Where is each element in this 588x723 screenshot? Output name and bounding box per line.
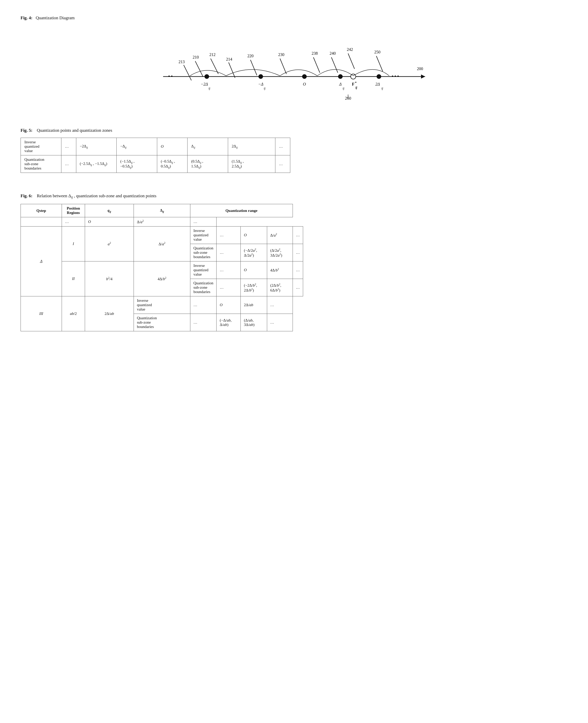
svg-text:238: 238 (312, 51, 318, 56)
fig6-II-inv-c1: O (241, 261, 267, 279)
fig5-r2-dots2: … (275, 155, 290, 173)
fig5-r1-dots2: … (275, 138, 290, 155)
fig6-title: Fig. 6: Relation between Δij , quantizat… (21, 193, 567, 199)
svg-text:214: 214 (226, 57, 232, 61)
fig6-I-inv-c2: Δ/a2 (267, 227, 293, 244)
fig4-desc: Quantization Diagram (36, 16, 75, 20)
svg-text:ij: ij (381, 87, 383, 90)
svg-line-13 (195, 61, 203, 77)
fig6-III-sub-c2: (Δ/ab, 3Δ/ab) (241, 314, 267, 331)
fig6-II-sub-c2: (2Δ/b2, 6Δ/b2) (267, 279, 293, 296)
fig6-delta-II: 4Δ/b2 (134, 261, 190, 296)
fig6-desc: Relation between Δij , quantization sub-… (37, 193, 156, 198)
fig6-I-sub-dots: … (216, 244, 241, 261)
fig6-II-inv-c2: 4Δ/b2 (267, 261, 293, 279)
svg-text:ij: ij (208, 87, 210, 90)
svg-line-29 (376, 56, 383, 71)
fig6-II-sub-c1: (−2Δ/b2, 2Δ/b2) (241, 279, 267, 296)
svg-text:• •: • • (168, 74, 173, 79)
svg-point-7 (302, 74, 307, 79)
fig6-I-inv-c3: … (293, 227, 303, 244)
fig6-I-sub-c3: … (293, 244, 303, 261)
svg-text:230: 230 (278, 52, 285, 57)
fig6-III-sub-dots: … (190, 314, 216, 331)
svg-point-8 (338, 74, 343, 79)
fig6-regionIII-row1: III ab/2 2Δ/ab Inversequantizedvalue … O… (21, 296, 303, 314)
fig6-III-inv-c3: … (267, 296, 293, 314)
svg-line-11 (184, 65, 191, 80)
fig6-I-inv-type: Inversequantizedvalue (190, 227, 216, 244)
fig6-I-inv-dots: … (216, 227, 241, 244)
fig6-III-inv-type: Inversequantizedvalue (134, 296, 190, 314)
fig5-r1-c1: −2Δij (76, 138, 117, 155)
fig6-III-inv-dots: … (190, 296, 216, 314)
fig6-III-sub-c1: (−Δ/ab, Δ/ab) (216, 314, 241, 331)
fig5-table: Inversequantizedvalue … −2Δij −Δij O Δij… (21, 138, 290, 173)
svg-text:213: 213 (178, 60, 185, 64)
fig5-r2-c2: (−1.5Δij ,−0.5Δij) (117, 155, 157, 173)
svg-text:*: * (355, 81, 357, 85)
fig6-II-inv-dots: … (216, 261, 241, 279)
svg-text:−Δ: −Δ (258, 82, 263, 86)
svg-line-23 (313, 57, 320, 73)
fig6-regionII-row1: II b2/4 4Δ/b2 Inversequantizedvalue … O … (21, 261, 303, 279)
fig4-diagram: 200 • • • • • 213 210 212 214 2 (153, 25, 436, 112)
fig6-q-I: a2 (85, 227, 134, 261)
fig6-I-sub-c1: (−Δ/2a2, Δ/2a2) (241, 244, 267, 261)
fig6-sub-c3: … (190, 217, 216, 227)
fig5-row2: Quantizationsub-zoneboundaries … (−2.5Δi… (21, 155, 290, 173)
fig6-II-inv-c3: … (293, 261, 303, 279)
fig6-sub-c2: Δ/a2 (134, 217, 190, 227)
fig6-qstep-delta: Δ (21, 227, 62, 296)
svg-text:ij: ij (264, 87, 265, 90)
svg-text:ij: ij (342, 87, 344, 90)
svg-text:250: 250 (374, 50, 380, 54)
fig5-row1: Inversequantizedvalue … −2Δij −Δij O Δij… (21, 138, 290, 155)
fig6-II-sub-c3: … (293, 279, 303, 296)
fig5-r1-c2: −Δij (117, 138, 157, 155)
fig5-r2-c3: (−0.5Δij ,0.5Δij) (157, 155, 188, 173)
fig6-III-sub-c3: … (267, 314, 293, 331)
fig6-II-sub-type: Quantizationsub-zoneboundaries (190, 279, 216, 296)
svg-text:• • •: • • • (392, 74, 399, 79)
svg-text:212: 212 (209, 52, 215, 57)
fig6-table: Qstep PositionRegions qij Δij Quantizati… (21, 204, 303, 331)
fig6-region-II: II (62, 261, 85, 296)
svg-text:200: 200 (417, 66, 423, 71)
svg-text:Δ: Δ (339, 82, 341, 86)
fig6-II-inv-type: Inversequantizedvalue (190, 261, 216, 279)
fig5-r1-dots1: … (61, 138, 76, 155)
svg-point-10 (377, 74, 381, 79)
fig6-III-inv-c2: 2Δ/ab (241, 296, 267, 314)
svg-line-27 (348, 54, 355, 69)
fig6-header-position: PositionRegions (62, 204, 85, 217)
fig5-r2-dots1: … (61, 155, 76, 173)
svg-text:ij: ij (355, 86, 357, 89)
fig5-title: Fig. 5: Quantization points and quantiza… (21, 128, 567, 133)
fig6-q-III: ab/2 (62, 296, 85, 331)
fig6-label: Fig. 6: (21, 193, 33, 198)
fig6-header-delta: Δij (134, 204, 190, 217)
svg-line-17 (229, 62, 235, 78)
fig6-header-qij: qij (85, 204, 134, 217)
svg-marker-1 (421, 75, 425, 79)
fig5-r1-c3: O (157, 138, 188, 155)
fig6-subheader-row: … O Δ/a2 … (21, 217, 303, 227)
fig5-r2-c4: (0.5Δij ,1.5Δij) (188, 155, 228, 173)
svg-text:F: F (352, 82, 355, 86)
fig4-section: Fig. 4: Quantization Diagram 200 • • • •… (21, 16, 567, 112)
svg-line-25 (331, 57, 338, 73)
fig5-r1-c5: 2Δij (228, 138, 275, 155)
fig6-III-inv-c1: O (216, 296, 241, 314)
fig6-sub-dots: … (62, 217, 85, 227)
fig6-section: Fig. 6: Relation between Δij , quantizat… (21, 193, 567, 331)
fig6-sub-c1: O (85, 217, 134, 227)
fig6-header-qstep: Qstep (21, 204, 62, 217)
fig4-title: Fig. 4: Quantization Diagram (21, 16, 567, 21)
fig4-label: Fig. 4: (21, 16, 33, 20)
svg-text:240: 240 (330, 51, 336, 56)
svg-line-21 (280, 59, 287, 74)
fig6-I-sub-c2: (Δ/2a2, 3Δ/2a2) (267, 244, 293, 261)
fig6-header-row: Qstep PositionRegions qij Δij Quantizati… (21, 204, 303, 217)
fig6-I-sub-type: Quantizationsub-zoneboundaries (190, 244, 216, 261)
